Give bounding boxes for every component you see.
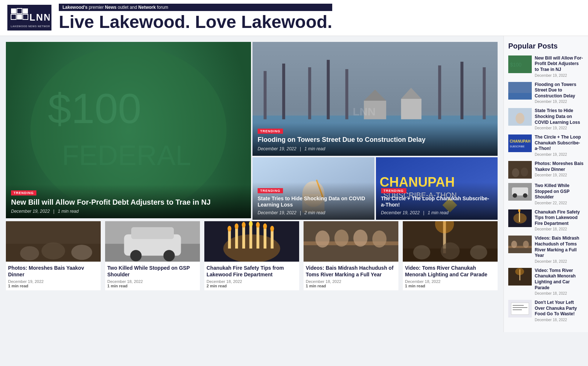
sidebar-text-0: New Bill will Allow For-Profit Debt Adju…: [535, 55, 584, 78]
sidebar-item-7[interactable]: Videos: Bais Midrash Hachudush of Toms R…: [508, 236, 584, 263]
sidebar-text-5: Two Killed While Stopped on GSP Shoulder…: [535, 183, 584, 205]
sidebar-text-9: Don't Let Your Left Over Chanuka Party F…: [535, 300, 584, 322]
svg-text:SUBSCRIBE: SUBSCRIBE: [510, 145, 525, 148]
sidebar-item-2[interactable]: State Tries to Hide Shocking Data on COV…: [508, 108, 584, 130]
svg-rect-14: [263, 71, 266, 119]
svg-rect-54: [271, 230, 274, 249]
sidebar-item-8[interactable]: Video: Toms River Chanukah Menorah Light…: [508, 268, 584, 295]
svg-rect-17: [327, 60, 330, 119]
sidebar-item-title-4: Photos: Moreshes Bais Yaakov Dinner: [535, 161, 584, 172]
svg-point-66: [353, 230, 368, 247]
svg-rect-105: [513, 307, 527, 308]
sidebar-item-1[interactable]: Flooding on Towers Street Due to Constru…: [508, 82, 584, 104]
sidebar-text-3: The Circle + The Loop Chanukah Subscribe…: [535, 134, 584, 157]
sidebar-item-6[interactable]: Chanukah Fire Safety Tips from Lakewood …: [508, 209, 584, 232]
sidebar-item-3[interactable]: CHANUPAH SUBSCRIBE The Circle + The Loop…: [508, 134, 584, 157]
bottom-card-3-title: Videos: Bais Midrash Hachudush of Toms R…: [306, 265, 396, 278]
sidebar-item-title-3: The Circle + The Loop Chanukah Subscribe…: [535, 134, 584, 152]
bottom-card-1-title: Two Killed While Stopped on GSP Shoulder: [107, 265, 198, 278]
sidebar-item-date-1: December 19, 2022: [535, 100, 584, 104]
bottom-card-2[interactable]: Chanukah Fire Safety Tips from Lakewood …: [204, 221, 299, 290]
bottom-card-0-content: Photos: Moreshes Bais Yaakov Dinner Dece…: [6, 262, 101, 290]
state-tries-meta: December 19, 2022 | 2 min read: [258, 210, 369, 215]
sidebar-item-title-5: Two Killed While Stopped on GSP Shoulder: [535, 183, 584, 200]
svg-point-57: [242, 222, 245, 227]
svg-point-60: [263, 223, 267, 229]
svg-rect-24: [401, 99, 422, 119]
bottom-card-3[interactable]: Videos: Bais Midrash Hachudush of Toms R…: [304, 221, 398, 290]
sidebar: Popular Posts $100 New Bill will Allow F…: [503, 36, 588, 332]
sidebar-item-title-8: Video: Toms River Chanukah Menorah Light…: [535, 268, 584, 291]
sidebar-item-0[interactable]: $100 New Bill will Allow For-Profit Debt…: [508, 55, 584, 78]
bottom-card-4-title: Video: Toms River Chanukah Menorah Light…: [405, 265, 495, 278]
svg-point-37: [20, 246, 39, 261]
trending-badge-4: TRENDING: [381, 188, 406, 193]
sidebar-text-8: Video: Toms River Chanukah Menorah Light…: [535, 268, 584, 295]
bottom-card-1-date: December 18, 2022: [107, 279, 198, 284]
bottom-card-1[interactable]: Two Killed While Stopped on GSP Shoulder…: [105, 221, 200, 290]
circle-loop-card[interactable]: CHANUPAH SUBSCRIBE-A-THON TRENDING The C…: [376, 157, 498, 220]
sidebar-title: Popular Posts: [508, 42, 584, 50]
featured-right-top-card[interactable]: LNN TRENDING Flooding on Towers Street D…: [252, 42, 498, 156]
svg-rect-51: [250, 225, 252, 249]
sidebar-item-title-2: State Tries to Hide Shocking Data on COV…: [535, 108, 584, 125]
svg-point-74: [470, 245, 487, 259]
svg-rect-52: [257, 226, 259, 248]
sidebar-item-date-7: December 18, 2022: [535, 259, 584, 263]
featured-left-card[interactable]: $100 FEDERAL TRENDING New Bill will Allo…: [6, 42, 251, 218]
svg-rect-16: [308, 67, 311, 119]
sidebar-item-title-9: Don't Let Your Left Over Chanuka Party F…: [535, 300, 584, 317]
sidebar-item-title-0: New Bill will Allow For-Profit Debt Adju…: [535, 55, 584, 73]
circle-loop-title: The Circle + The Loop Chanukah Subscribe…: [381, 195, 493, 208]
svg-text:CHANUPAH: CHANUPAH: [510, 139, 530, 143]
circle-loop-meta: December 19, 2022 | 1 min read: [381, 210, 493, 215]
svg-point-56: [235, 223, 239, 229]
sidebar-item-date-3: December 19, 2022: [535, 152, 584, 157]
svg-point-59: [256, 222, 260, 227]
svg-rect-103: [511, 303, 529, 315]
bottom-card-1-content: Two Killed While Stopped on GSP Shoulder…: [105, 262, 200, 290]
sidebar-thumb-7: [508, 236, 532, 253]
sidebar-text-6: Chanukah Fire Safety Tips from Lakewood …: [535, 209, 584, 232]
circle-loop-overlay: TRENDING The Circle + The Loop Chanukah …: [376, 182, 498, 220]
sidebar-item-title-7: Videos: Bais Midrash Hachudush of Toms R…: [535, 236, 584, 258]
site-header: LNN LAKEWOOD NEWS NETWORK Lakewood's pre…: [0, 0, 588, 36]
sidebar-thumb-4: [508, 161, 532, 179]
sidebar-item-date-4: December 19, 2022: [535, 173, 584, 177]
svg-rect-81: [508, 134, 532, 152]
svg-point-72: [413, 245, 430, 259]
svg-point-45: [164, 250, 175, 261]
bottom-card-2-read: 2 min read: [207, 284, 297, 288]
bottom-card-4[interactable]: Video: Toms River Chanukah Menorah Light…: [403, 221, 498, 290]
svg-rect-15: [282, 64, 285, 119]
svg-point-85: [512, 168, 519, 177]
svg-rect-49: [235, 227, 238, 248]
svg-rect-53: [263, 227, 266, 248]
page-wrapper: $100 FEDERAL TRENDING New Bill will Allo…: [0, 36, 588, 332]
sidebar-item-date-2: December 19, 2022: [535, 126, 584, 130]
svg-point-90: [523, 193, 527, 198]
svg-point-101: [515, 268, 524, 275]
sidebar-item-title-6: Chanukah Fire Safety Tips from Lakewood …: [535, 209, 584, 227]
svg-point-89: [513, 193, 517, 198]
sidebar-item-4[interactable]: Photos: Moreshes Bais Yaakov Dinner Dece…: [508, 161, 584, 179]
svg-rect-104: [513, 305, 524, 306]
site-logo[interactable]: LNN LAKEWOOD NEWS NETWORK: [7, 5, 51, 30]
logo-area[interactable]: LNN LAKEWOOD NEWS NETWORK: [7, 5, 51, 30]
state-tries-card[interactable]: TRENDING State Tries to Hide Shocking Da…: [252, 157, 374, 220]
sidebar-item-9[interactable]: Don't Let Your Left Over Chanuka Party F…: [508, 300, 584, 322]
sidebar-item-5[interactable]: Two Killed While Stopped on GSP Shoulder…: [508, 183, 584, 205]
car-image: [105, 221, 200, 262]
svg-rect-19: [438, 65, 441, 119]
sidebar-item-date-0: December 19, 2022: [535, 73, 584, 78]
svg-point-44: [130, 250, 141, 261]
svg-point-58: [249, 221, 252, 227]
sidebar-thumb-0: $100: [508, 55, 532, 73]
featured-grid: $100 FEDERAL TRENDING New Bill will Allo…: [6, 42, 498, 220]
sidebar-item-date-5: December 22, 2022: [535, 201, 584, 205]
svg-text:FEDERAL: FEDERAL: [62, 140, 191, 171]
bottom-card-3-read: 1 min read: [306, 284, 396, 288]
bottom-card-0[interactable]: Photos: Moreshes Bais Yaakov Dinner Dece…: [6, 221, 101, 290]
featured-left-overlay: TRENDING New Bill will Allow For-Profit …: [6, 184, 251, 218]
featured-right-top-title: Flooding on Towers Street Due to Constru…: [258, 136, 492, 144]
